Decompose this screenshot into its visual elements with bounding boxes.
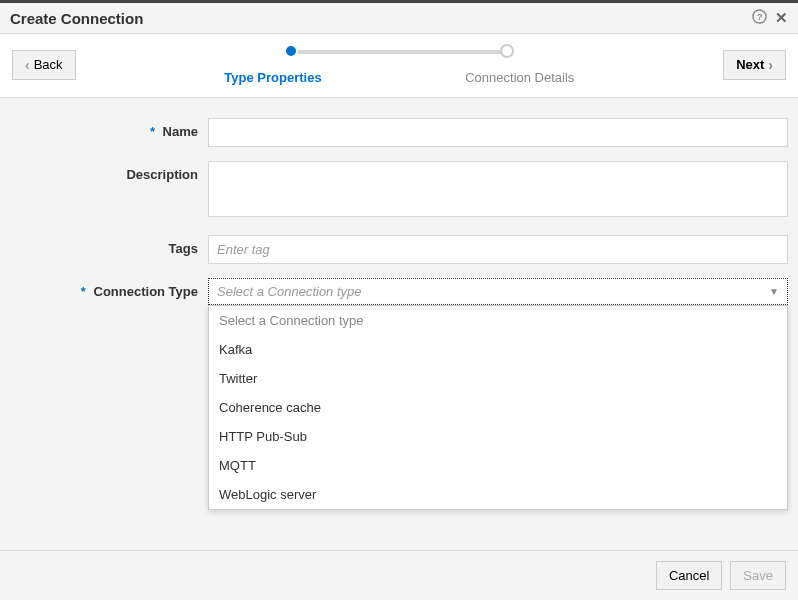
name-input[interactable] — [208, 118, 788, 147]
header-icons: ? ✕ — [752, 9, 788, 27]
label-description: Description — [10, 161, 208, 182]
step-dot-1 — [284, 44, 298, 58]
name-label-text: Name — [163, 124, 198, 139]
option-coherence[interactable]: Coherence cache — [209, 393, 787, 422]
conntype-label-text: Connection Type — [94, 284, 198, 299]
row-conntype: * Connection Type Select a Connection ty… — [10, 278, 788, 305]
step-label-1: Type Properties — [224, 70, 321, 85]
create-connection-dialog: Create Connection ? ✕ ‹ Back Type Proper… — [0, 0, 798, 600]
description-input[interactable] — [208, 161, 788, 217]
field-tags — [208, 235, 788, 264]
dialog-title: Create Connection — [10, 10, 143, 27]
step-label-2: Connection Details — [465, 70, 574, 85]
dialog-header: Create Connection ? ✕ — [0, 3, 798, 34]
chevron-left-icon: ‹ — [25, 57, 30, 73]
dialog-footer: Cancel Save — [0, 550, 798, 600]
option-http-pubsub[interactable]: HTTP Pub-Sub — [209, 422, 787, 451]
step-labels: Type Properties Connection Details — [224, 70, 574, 85]
wizard-bar: ‹ Back Type Properties Connection Detail… — [0, 34, 798, 98]
close-icon[interactable]: ✕ — [775, 9, 788, 27]
wizard-steps: Type Properties Connection Details — [76, 44, 724, 85]
chevron-down-icon: ▼ — [769, 286, 779, 297]
row-description: Description — [10, 161, 788, 221]
option-mqtt[interactable]: MQTT — [209, 451, 787, 480]
conntype-selected-text: Select a Connection type — [217, 284, 362, 299]
help-icon[interactable]: ? — [752, 9, 767, 27]
cancel-label: Cancel — [669, 568, 709, 583]
required-asterisk: * — [81, 284, 86, 299]
cancel-button[interactable]: Cancel — [656, 561, 722, 590]
tags-input[interactable] — [208, 235, 788, 264]
label-conntype: * Connection Type — [10, 278, 208, 299]
save-label: Save — [743, 568, 773, 583]
svg-text:?: ? — [757, 12, 763, 22]
step-line — [294, 50, 504, 54]
option-kafka[interactable]: Kafka — [209, 335, 787, 364]
option-weblogic[interactable]: WebLogic server — [209, 480, 787, 509]
back-button[interactable]: ‹ Back — [12, 50, 76, 80]
next-button[interactable]: Next › — [723, 50, 786, 80]
save-button[interactable]: Save — [730, 561, 786, 590]
step-dot-2 — [500, 44, 514, 58]
label-name: * Name — [10, 118, 208, 139]
required-asterisk: * — [150, 124, 155, 139]
next-label: Next — [736, 57, 764, 72]
label-tags: Tags — [10, 235, 208, 256]
conntype-dropdown: Select a Connection type Kafka Twitter C… — [208, 305, 788, 510]
field-description — [208, 161, 788, 221]
row-name: * Name — [10, 118, 788, 147]
conntype-select: Select a Connection type ▼ Select a Conn… — [208, 278, 788, 305]
conntype-display[interactable]: Select a Connection type ▼ — [208, 278, 788, 305]
chevron-right-icon: › — [768, 57, 773, 73]
option-placeholder[interactable]: Select a Connection type — [209, 306, 787, 335]
field-name — [208, 118, 788, 147]
row-tags: Tags — [10, 235, 788, 264]
step-progress — [284, 44, 514, 60]
field-conntype: Select a Connection type ▼ Select a Conn… — [208, 278, 788, 305]
back-label: Back — [34, 57, 63, 72]
option-twitter[interactable]: Twitter — [209, 364, 787, 393]
form-area: * Name Description Tags * Connection Typ… — [0, 98, 798, 319]
